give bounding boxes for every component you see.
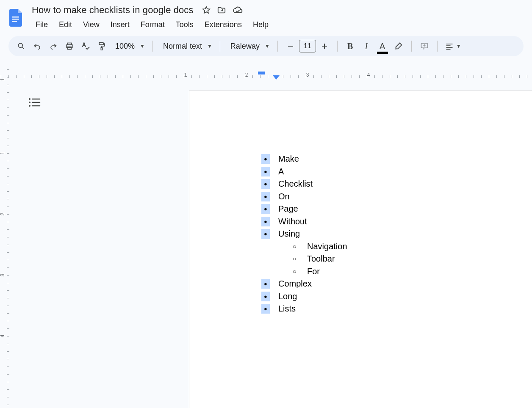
menu-tools[interactable]: Tools bbox=[171, 19, 199, 31]
svg-point-15 bbox=[29, 102, 30, 103]
list-item[interactable]: Without bbox=[261, 215, 532, 228]
zoom-dropdown[interactable]: 100% ▼ bbox=[110, 42, 147, 51]
list-item-text[interactable]: Make bbox=[278, 154, 299, 163]
document-outline-icon[interactable] bbox=[28, 97, 42, 110]
list-item-text[interactable]: A bbox=[278, 167, 284, 176]
increase-font-size-button[interactable] bbox=[317, 39, 332, 54]
ruler-number: 1 bbox=[0, 78, 6, 81]
left-indent-marker[interactable] bbox=[272, 75, 280, 80]
list-item[interactable]: Long bbox=[261, 290, 532, 303]
list-item[interactable]: Page bbox=[261, 203, 532, 215]
list-item-text[interactable]: Page bbox=[278, 204, 298, 213]
ruler-number: 3 bbox=[306, 72, 309, 78]
list-item[interactable]: Lists bbox=[261, 303, 532, 315]
svg-rect-7 bbox=[99, 43, 103, 45]
list-item[interactable]: Toolbar bbox=[278, 253, 532, 265]
decrease-font-size-button[interactable] bbox=[283, 39, 298, 54]
align-dropdown[interactable]: ▼ bbox=[443, 42, 464, 50]
svg-rect-13 bbox=[258, 72, 265, 74]
star-icon[interactable] bbox=[202, 6, 211, 15]
list-item[interactable]: For bbox=[278, 265, 532, 278]
svg-rect-2 bbox=[12, 21, 17, 22]
list-item[interactable]: Complex bbox=[261, 278, 532, 290]
menu-view[interactable]: View bbox=[78, 19, 105, 31]
undo-icon[interactable] bbox=[30, 39, 45, 54]
list-item-text[interactable]: On bbox=[278, 192, 290, 201]
text-color-button[interactable]: A bbox=[375, 39, 390, 54]
menu-extensions[interactable]: Extensions bbox=[200, 19, 247, 31]
svg-point-16 bbox=[29, 105, 30, 107]
ruler-number: 1 bbox=[0, 152, 6, 155]
menu-format[interactable]: Format bbox=[136, 19, 170, 31]
separator bbox=[152, 41, 153, 52]
ruler-number: 4 bbox=[0, 335, 6, 338]
svg-rect-8 bbox=[101, 47, 102, 50]
move-folder-icon[interactable] bbox=[217, 6, 226, 14]
list-item[interactable]: On bbox=[261, 190, 532, 203]
svg-rect-1 bbox=[12, 19, 19, 20]
list-item-text[interactable]: Long bbox=[278, 292, 297, 301]
vertical-ruler[interactable]: 11234 bbox=[0, 82, 14, 408]
document-canvas: MakeAChecklistOnPageWithoutUsingNavigati… bbox=[14, 82, 532, 408]
ruler-number: 1 bbox=[184, 72, 187, 78]
search-menus-icon[interactable] bbox=[14, 39, 29, 54]
list-item[interactable]: Make bbox=[261, 153, 532, 165]
list-item[interactable]: Navigation bbox=[278, 240, 532, 253]
ruler-number: 2 bbox=[0, 213, 6, 216]
redo-icon[interactable] bbox=[46, 39, 61, 54]
add-comment-button[interactable] bbox=[417, 39, 432, 54]
menu-edit[interactable]: Edit bbox=[54, 19, 77, 31]
document-page[interactable]: MakeAChecklistOnPageWithoutUsingNavigati… bbox=[189, 91, 532, 408]
separator bbox=[411, 41, 412, 52]
svg-rect-0 bbox=[12, 17, 19, 18]
cloud-status-icon[interactable] bbox=[232, 6, 243, 14]
ruler-number: 3 bbox=[0, 274, 6, 277]
list-item[interactable]: Using bbox=[261, 228, 532, 240]
docs-logo-icon[interactable] bbox=[8, 6, 25, 29]
list-item-text[interactable]: Without bbox=[278, 217, 307, 226]
doc-title[interactable]: How to make checklists in google docs bbox=[30, 3, 196, 17]
horizontal-ruler[interactable]: 1234 bbox=[14, 71, 532, 80]
title-bar: How to make checklists in google docs Fi… bbox=[0, 0, 532, 31]
font-family-dropdown[interactable]: Raleway ▼ bbox=[225, 42, 272, 51]
list-item-text[interactable]: Using bbox=[278, 229, 300, 238]
list-item-text[interactable]: Lists bbox=[278, 304, 296, 313]
font-size-input[interactable]: 11 bbox=[299, 40, 316, 52]
svg-rect-11 bbox=[324, 44, 325, 49]
menu-insert[interactable]: Insert bbox=[105, 19, 135, 31]
separator bbox=[437, 41, 438, 52]
menu-file[interactable]: File bbox=[30, 19, 53, 31]
separator bbox=[277, 41, 278, 52]
svg-point-14 bbox=[29, 98, 30, 100]
separator bbox=[220, 41, 220, 52]
bulleted-list[interactable]: MakeAChecklistOnPageWithoutUsingNavigati… bbox=[261, 153, 532, 315]
italic-button[interactable]: I bbox=[359, 39, 374, 54]
list-item[interactable]: A bbox=[261, 165, 532, 178]
spellcheck-icon[interactable] bbox=[78, 39, 93, 54]
svg-rect-9 bbox=[288, 46, 293, 47]
menu-bar: File Edit View Insert Format Tools Exten… bbox=[30, 19, 274, 31]
separator bbox=[337, 41, 338, 52]
ruler-number: 2 bbox=[245, 72, 248, 78]
highlight-color-button[interactable] bbox=[391, 39, 406, 54]
paragraph-style-dropdown[interactable]: Normal text ▼ bbox=[158, 42, 215, 51]
list-item[interactable]: Checklist bbox=[261, 178, 532, 190]
print-icon[interactable] bbox=[62, 39, 77, 54]
ruler-number: 4 bbox=[367, 72, 370, 78]
list-item-text[interactable]: Complex bbox=[278, 279, 312, 288]
nested-list[interactable]: NavigationToolbarFor bbox=[278, 240, 532, 278]
first-line-indent-marker[interactable] bbox=[257, 71, 266, 75]
paint-format-icon[interactable] bbox=[94, 39, 109, 54]
list-item-text[interactable]: Checklist bbox=[278, 179, 313, 188]
bold-button[interactable]: B bbox=[343, 39, 358, 54]
toolbar: 100% ▼ Normal text ▼ Raleway ▼ 11 B I A … bbox=[8, 36, 524, 56]
svg-point-3 bbox=[18, 43, 22, 47]
menu-help[interactable]: Help bbox=[248, 19, 274, 31]
